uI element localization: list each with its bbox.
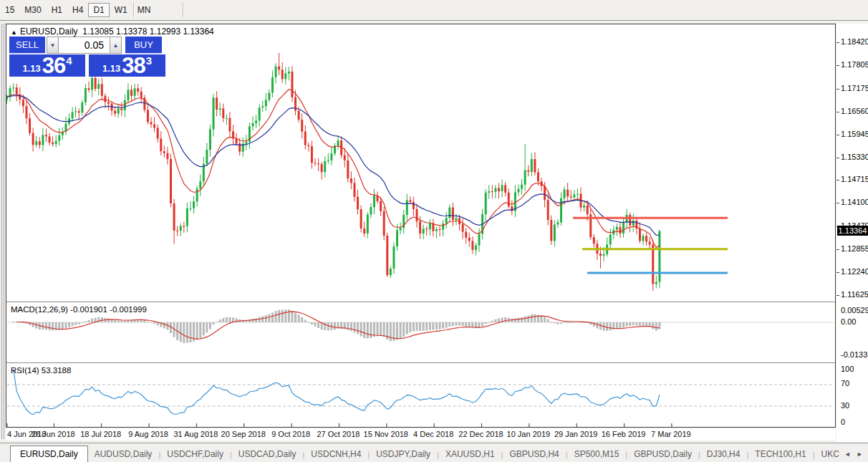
chart-tab-bar: EURUSD,DailyAUDUSD,Daily|USDCHF,Daily|US…	[0, 443, 868, 462]
volume-increase-button[interactable]: ▲	[110, 37, 122, 54]
price-tick-label: 1.14715	[841, 175, 868, 183]
macd-axis-label: -0.013317	[841, 350, 868, 359]
rsi-indicator-label: RSI(14) 53.3188	[11, 366, 71, 375]
date-tick-label: 15 Nov 2018	[364, 430, 408, 438]
date-tick-label: 4 Dec 2018	[413, 430, 453, 438]
buy-price-base: 1.13	[102, 63, 120, 74]
collapse-panel-icon[interactable]: ▲	[11, 29, 17, 36]
price-tick-label: 1.15330	[841, 153, 868, 161]
chart-tab-eurusd-daily[interactable]: EURUSD,Daily	[10, 446, 88, 462]
candles-and-mas	[6, 53, 660, 291]
date-tick-label: 9 Aug 2018	[128, 430, 168, 438]
chart-tab-xauusd-h1[interactable]: XAUUSD,H1	[439, 446, 501, 462]
price-tick-label: 1.12240	[841, 267, 868, 276]
date-tick-label: 29 Jan 2019	[554, 430, 598, 438]
price-tick-label: 1.14100	[841, 198, 868, 206]
sell-price-point: 4	[66, 54, 72, 67]
price-tick-label: 1.17175	[841, 84, 868, 92]
tab-scroll-left-icon[interactable]: ◄	[842, 451, 853, 458]
timeframe-button-m30[interactable]: M30	[19, 3, 46, 17]
macd-pane	[7, 309, 834, 343]
rsi-line	[14, 369, 660, 415]
date-scale: 4 Jun 201826 Jun 201818 Jul 20189 Aug 20…	[6, 428, 836, 441]
date-tick-label: 31 Aug 2018	[173, 430, 218, 438]
volume-decrease-button[interactable]: ▼	[47, 37, 59, 54]
chart-tab-ukc[interactable]: UKC	[815, 446, 846, 462]
one-click-trade-panel: SELL ▼ ▲ BUY 1.13 36 4 1.13 38 3	[9, 37, 171, 77]
chart-tab-usdjpy-daily[interactable]: USDJPY,Daily	[370, 446, 437, 462]
tab-scroll-buttons: ◄ ►	[842, 451, 865, 458]
pane-splitter[interactable]	[6, 302, 835, 302]
volume-input[interactable]	[59, 37, 110, 54]
macd-axis-label: 0.00	[841, 317, 856, 326]
date-tick-label: 7 Mar 2019	[651, 430, 691, 438]
pane-splitter[interactable]	[6, 362, 835, 363]
buy-price-display[interactable]: 1.13 38 3	[89, 54, 165, 77]
timeframe-button-w1[interactable]: W1	[110, 3, 132, 17]
price-tick-label: 1.17805	[841, 60, 868, 69]
rsi-pane	[7, 369, 834, 415]
chart-tab-sp500-m15[interactable]: SP500,M15	[568, 446, 626, 462]
date-tick-label: 18 Jul 2018	[80, 430, 121, 438]
chart-tab-usdchf-daily[interactable]: USDCHF,Daily	[160, 446, 230, 462]
date-tick-label: 27 Oct 2018	[317, 430, 360, 438]
sell-price-pips: 36	[42, 56, 65, 76]
tab-scroll-right-icon[interactable]: ►	[854, 451, 865, 458]
date-tick-label: 10 Jan 2019	[507, 430, 551, 438]
timeframe-toolbar: 15M30H1H4D1W1MN	[0, 0, 868, 21]
trading-platform-window: 15M30H1H4D1W1MN ▲EURUSD,Daily 1.13085 1.…	[0, 0, 868, 462]
chart-window: ▲EURUSD,Daily 1.13085 1.13378 1.12993 1.…	[6, 24, 836, 428]
ma-fast-line	[7, 90, 660, 248]
rsi-axis-label: 0	[841, 418, 845, 426]
price-tick-label: 1.18420	[841, 37, 868, 46]
rsi-axis-label: 70	[841, 379, 849, 388]
current-price-tag: 1.13364	[837, 226, 868, 236]
date-tick-label: 9 Oct 2018	[271, 430, 310, 438]
price-scale: 1.184201.178051.171751.165601.159451.153…	[836, 24, 868, 442]
buy-button[interactable]: BUY	[125, 37, 162, 54]
macd-indicator-label: MACD(12,26,9) -0.001901 -0.001999	[11, 305, 147, 314]
chart-symbol-label: EURUSD,Daily	[20, 27, 78, 37]
timeframe-button-15[interactable]: 15	[0, 3, 19, 17]
timeframe-button-mn[interactable]: MN	[132, 3, 156, 17]
window-edge-grip	[0, 21, 6, 442]
date-tick-label: 16 Feb 2019	[602, 430, 646, 438]
chart-tab-gbpusd-daily[interactable]: GBPUSD,Daily	[627, 446, 698, 462]
toolbar-separator	[133, 2, 134, 17]
date-tick-label: 22 Dec 2018	[458, 430, 503, 438]
chart-tab-audusd-daily[interactable]: AUDUSD,Daily	[88, 446, 159, 462]
sell-price-base: 1.13	[22, 63, 40, 74]
rsi-axis-label: 30	[841, 401, 849, 410]
price-tick-label: 1.12855	[841, 244, 868, 253]
rsi-axis-label: 100	[841, 365, 854, 373]
sell-price-display[interactable]: 1.13 36 4	[9, 54, 85, 77]
macd-axis-label: 0.005292	[841, 306, 868, 314]
timeframe-button-h4[interactable]: H4	[67, 3, 88, 17]
price-tick-label: 1.15945	[841, 130, 868, 138]
date-tick-label: 26 Jun 2018	[32, 430, 75, 438]
chart-tab-dj30-h4[interactable]: DJ30,H4	[700, 446, 747, 462]
price-tick-label: 1.11625	[841, 290, 868, 299]
buy-price-pips: 38	[122, 56, 145, 76]
chart-tab-gbpusd-h4[interactable]: GBPUSD,H4	[503, 446, 565, 462]
chart-ohlc-values: 1.13085 1.13378 1.12993 1.13364	[82, 27, 214, 37]
toolbar-separator	[183, 2, 183, 17]
candlestick-chart-surface[interactable]	[6, 24, 835, 427]
sell-button[interactable]: SELL	[9, 37, 45, 54]
date-tick-label: 20 Sep 2018	[221, 430, 266, 438]
chart-tab-tech100-h1[interactable]: TECH100,H1	[748, 446, 812, 462]
price-tick-label: 1.16560	[841, 107, 868, 115]
chart-tab-usdcnh-h4[interactable]: USDCNH,H4	[304, 446, 367, 462]
buy-price-point: 3	[146, 54, 152, 67]
chart-tab-usdcad-daily[interactable]: USDCAD,Daily	[232, 446, 303, 462]
timeframe-button-d1[interactable]: D1	[88, 3, 109, 17]
timeframe-button-h1[interactable]: H1	[47, 3, 67, 17]
chart-title: ▲EURUSD,Daily 1.13085 1.13378 1.12993 1.…	[11, 27, 214, 37]
